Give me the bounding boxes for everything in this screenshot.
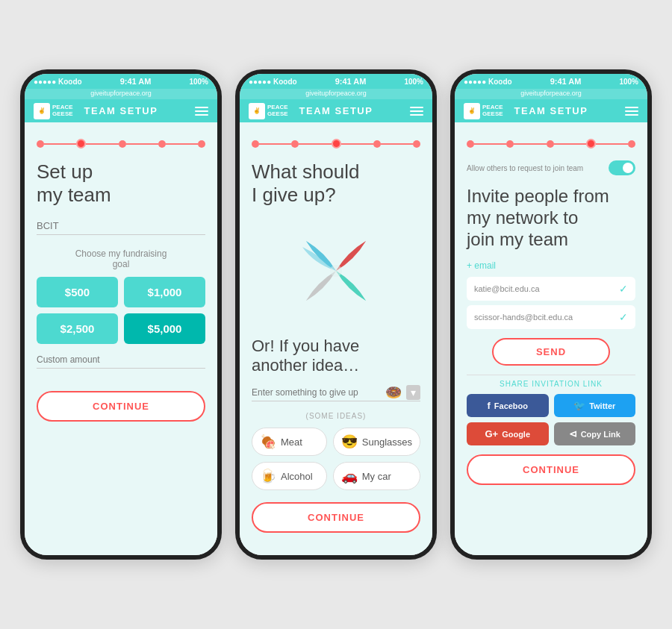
- s3-dot-1: [506, 140, 514, 148]
- ideas-grid: 🍖 Meat 😎 Sunglasses 🍺 Alcohol 🚗 My car: [252, 428, 420, 490]
- s2-line-2: [341, 143, 373, 145]
- dot-2: [119, 140, 126, 148]
- idea-chip-alcohol[interactable]: 🍺 Alcohol: [252, 462, 327, 490]
- invite-title: Invite people from my network to join my…: [467, 186, 635, 250]
- dot-1: [76, 139, 86, 148]
- idea-submit-button[interactable]: ▾: [406, 385, 420, 400]
- url-bar-3: giveitupforpeace.org: [455, 89, 647, 99]
- goal-btn-5000[interactable]: $5,000: [124, 313, 205, 344]
- some-ideas-label: (SOME IDEAS): [252, 412, 420, 420]
- s3-dot-4: [628, 140, 635, 148]
- progress-bar-3: [467, 139, 635, 148]
- s3-line-2: [554, 143, 586, 145]
- s2-line-0: [259, 143, 291, 145]
- screen3-continue-button[interactable]: CONTINUE: [467, 454, 635, 485]
- copy-label: Copy Link: [581, 430, 620, 439]
- logo-text-1: PEACEGEESE: [52, 104, 73, 118]
- s2-line-3: [381, 143, 413, 145]
- sunglasses-emoji: 😎: [341, 434, 358, 450]
- battery-3: 100%: [619, 78, 638, 86]
- battery-2: 100%: [404, 78, 423, 86]
- facebook-share-button[interactable]: f Faceboo: [467, 394, 549, 417]
- carrier-2: ●●●●● Koodo: [249, 78, 297, 86]
- nav-bar-3: ✌ PEACEGEESE TEAM SETUP: [455, 99, 647, 122]
- s2-dot-2: [332, 139, 341, 148]
- sunglasses-label: Sunglasses: [362, 436, 412, 448]
- logo-icon-3: ✌: [464, 103, 480, 119]
- flower-illustration: [252, 219, 420, 323]
- meat-emoji: 🍖: [260, 434, 276, 450]
- s2-line-1: [299, 143, 331, 145]
- google-icon: G+: [485, 428, 498, 439]
- emoji-picker-button[interactable]: 🍩: [385, 384, 402, 401]
- email-1-check-icon: ✓: [619, 283, 628, 295]
- screen3-content: Allow others to request to join team Inv…: [455, 122, 647, 555]
- screen1-continue-button[interactable]: CONTINUE: [37, 391, 205, 422]
- twitter-share-button[interactable]: 🐦 Twitter: [554, 394, 636, 417]
- idea-chip-meat[interactable]: 🍖 Meat: [252, 428, 327, 456]
- s3-line-1: [514, 143, 546, 145]
- give-up-question: What should I give up?: [252, 160, 420, 207]
- copy-icon: ⊲: [569, 428, 577, 439]
- logo-text-3: PEACEGEESE: [482, 104, 503, 118]
- copy-link-button[interactable]: ⊲ Copy Link: [554, 422, 636, 445]
- progress-bar-1: [37, 139, 205, 148]
- facebook-icon: f: [487, 400, 490, 411]
- hamburger-menu-2[interactable]: [410, 107, 423, 116]
- twitter-label: Twitter: [589, 401, 615, 410]
- twitter-icon: 🐦: [573, 400, 585, 411]
- line-2: [126, 143, 158, 145]
- share-divider: [467, 375, 635, 375]
- join-team-toggle[interactable]: [609, 160, 635, 175]
- send-button[interactable]: SEND: [492, 338, 610, 366]
- idea-chip-sunglasses[interactable]: 😎 Sunglasses: [333, 428, 420, 456]
- dot-4: [198, 140, 205, 148]
- s3-line-0: [474, 143, 506, 145]
- s2-dot-0: [252, 140, 259, 148]
- give-up-input[interactable]: [252, 384, 381, 401]
- phone-screen-1: ●●●●● Koodo 9:41 AM 100% giveitupforpeac…: [20, 69, 222, 560]
- status-bar-3: ●●●●● Koodo 9:41 AM 100%: [455, 74, 647, 89]
- s3-dot-0: [467, 140, 474, 148]
- logo-text-2: PEACEGEESE: [267, 104, 288, 118]
- s2-dot-1: [291, 140, 299, 148]
- logo-icon-2: ✌: [249, 103, 265, 119]
- s3-dot-3: [586, 139, 596, 148]
- logo-1: ✌ PEACEGEESE: [34, 103, 73, 119]
- hamburger-menu-1[interactable]: [195, 107, 208, 116]
- logo-2: ✌ PEACEGEESE: [249, 103, 288, 119]
- screen2-content: What should I give up?: [240, 122, 432, 555]
- goal-btn-1000[interactable]: $1,000: [124, 277, 205, 307]
- dot-0: [37, 140, 44, 148]
- battery-1: 100%: [189, 78, 208, 86]
- goal-grid: $500 $1,000 $2,500 $5,000: [37, 277, 205, 344]
- meat-label: Meat: [281, 436, 302, 448]
- facebook-label: Faceboo: [494, 401, 528, 410]
- nav-title-3: TEAM SETUP: [514, 105, 588, 116]
- email-2-check-icon: ✓: [619, 311, 628, 323]
- toggle-label: Allow others to request to join team: [467, 164, 583, 172]
- time-1: 9:41 AM: [120, 77, 152, 86]
- custom-amount-input[interactable]: [37, 351, 205, 369]
- goal-btn-2500[interactable]: $2,500: [37, 313, 118, 344]
- status-bar-2: ●●●●● Koodo 9:41 AM 100%: [240, 74, 432, 89]
- email-row-2: scissor-hands@bcit.edu.ca ✓: [467, 305, 635, 329]
- dot-3: [158, 140, 166, 148]
- nav-bar-1: ✌ PEACEGEESE TEAM SETUP: [25, 99, 217, 122]
- alcohol-emoji: 🍺: [260, 468, 276, 484]
- s2-dot-3: [373, 140, 381, 148]
- s3-line-3: [596, 143, 628, 145]
- screen2-continue-button[interactable]: CONTINUE: [252, 502, 420, 533]
- svg-point-0: [330, 265, 342, 277]
- url-bar-1: giveitupforpeace.org: [25, 89, 217, 99]
- url-bar-2: giveitupforpeace.org: [240, 89, 432, 99]
- google-label: Google: [502, 430, 530, 439]
- idea-chip-mycar[interactable]: 🚗 My car: [333, 462, 420, 490]
- google-share-button[interactable]: G+ Google: [467, 422, 549, 445]
- hamburger-menu-3[interactable]: [625, 107, 638, 116]
- goal-btn-500[interactable]: $500: [37, 277, 118, 307]
- team-name-input[interactable]: [37, 217, 205, 235]
- add-email-label[interactable]: + email: [467, 260, 635, 271]
- mycar-label: My car: [362, 471, 391, 482]
- flower-svg: [284, 219, 388, 323]
